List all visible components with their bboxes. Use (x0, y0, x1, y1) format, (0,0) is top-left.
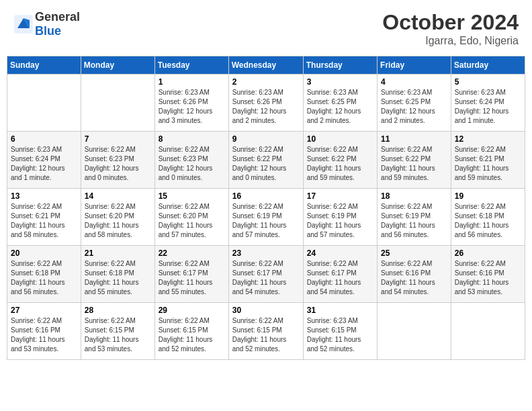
calendar-cell: 17Sunrise: 6:22 AM Sunset: 6:19 PM Dayli… (303, 189, 377, 246)
day-info: Sunrise: 6:23 AM Sunset: 6:24 PM Dayligh… (11, 145, 77, 183)
calendar-cell: 10Sunrise: 6:22 AM Sunset: 6:22 PM Dayli… (303, 132, 377, 189)
day-info: Sunrise: 6:22 AM Sunset: 6:18 PM Dayligh… (11, 259, 77, 297)
day-number: 19 (455, 191, 521, 201)
day-number: 11 (381, 134, 447, 144)
day-info: Sunrise: 6:22 AM Sunset: 6:20 PM Dayligh… (85, 202, 151, 240)
calendar-cell: 7Sunrise: 6:22 AM Sunset: 6:23 PM Daylig… (81, 132, 154, 189)
title-block: October 2024 Igarra, Edo, Nigeria (382, 10, 519, 47)
month-title: October 2024 (382, 10, 519, 35)
calendar-cell: 4Sunrise: 6:23 AM Sunset: 6:25 PM Daylig… (378, 75, 451, 132)
day-info: Sunrise: 6:22 AM Sunset: 6:17 PM Dayligh… (159, 259, 225, 297)
day-number: 4 (381, 77, 447, 87)
day-number: 9 (232, 134, 300, 144)
page-header: General Blue October 2024 Igarra, Edo, N… (7, 7, 525, 50)
calendar-cell: 31Sunrise: 6:23 AM Sunset: 6:15 PM Dayli… (303, 303, 377, 360)
calendar-cell (378, 303, 451, 360)
col-wednesday: Wednesday (228, 56, 303, 75)
day-info: Sunrise: 6:22 AM Sunset: 6:23 PM Dayligh… (85, 145, 151, 183)
calendar-cell: 12Sunrise: 6:22 AM Sunset: 6:21 PM Dayli… (451, 132, 525, 189)
day-info: Sunrise: 6:23 AM Sunset: 6:26 PM Dayligh… (159, 88, 225, 126)
calendar-cell: 16Sunrise: 6:22 AM Sunset: 6:19 PM Dayli… (228, 189, 303, 246)
calendar-cell (7, 75, 81, 132)
calendar-cell: 29Sunrise: 6:22 AM Sunset: 6:15 PM Dayli… (154, 303, 228, 360)
calendar-cell: 15Sunrise: 6:22 AM Sunset: 6:20 PM Dayli… (154, 189, 228, 246)
day-number: 12 (455, 134, 521, 144)
day-number: 24 (307, 248, 373, 258)
calendar-cell: 5Sunrise: 6:23 AM Sunset: 6:24 PM Daylig… (451, 75, 525, 132)
day-number: 16 (232, 191, 300, 201)
logo: General Blue (13, 10, 80, 38)
calendar-cell: 13Sunrise: 6:22 AM Sunset: 6:21 PM Dayli… (7, 189, 81, 246)
day-number: 5 (455, 77, 521, 87)
col-tuesday: Tuesday (154, 56, 228, 75)
calendar-cell: 18Sunrise: 6:22 AM Sunset: 6:19 PM Dayli… (378, 189, 451, 246)
day-info: Sunrise: 6:22 AM Sunset: 6:16 PM Dayligh… (455, 259, 521, 297)
day-number: 31 (307, 306, 373, 315)
day-info: Sunrise: 6:22 AM Sunset: 6:18 PM Dayligh… (85, 259, 151, 297)
calendar-week-row: 27Sunrise: 6:22 AM Sunset: 6:16 PM Dayli… (7, 303, 525, 360)
logo-blue-text: Blue (35, 24, 61, 38)
day-number: 30 (232, 306, 300, 315)
location: Igarra, Edo, Nigeria (382, 35, 519, 47)
col-friday: Friday (378, 56, 451, 75)
day-info: Sunrise: 6:22 AM Sunset: 6:19 PM Dayligh… (232, 202, 300, 240)
calendar-cell: 26Sunrise: 6:22 AM Sunset: 6:16 PM Dayli… (451, 246, 525, 303)
calendar-cell: 3Sunrise: 6:23 AM Sunset: 6:25 PM Daylig… (303, 75, 377, 132)
calendar-cell: 24Sunrise: 6:22 AM Sunset: 6:17 PM Dayli… (303, 246, 377, 303)
day-number: 21 (85, 248, 151, 258)
day-info: Sunrise: 6:22 AM Sunset: 6:21 PM Dayligh… (11, 202, 77, 240)
day-number: 2 (232, 77, 300, 87)
day-number: 3 (307, 77, 373, 87)
calendar-cell: 20Sunrise: 6:22 AM Sunset: 6:18 PM Dayli… (7, 246, 81, 303)
day-info: Sunrise: 6:22 AM Sunset: 6:23 PM Dayligh… (159, 145, 225, 183)
calendar-cell: 22Sunrise: 6:22 AM Sunset: 6:17 PM Dayli… (154, 246, 228, 303)
day-info: Sunrise: 6:22 AM Sunset: 6:15 PM Dayligh… (85, 316, 151, 354)
calendar-cell: 19Sunrise: 6:22 AM Sunset: 6:18 PM Dayli… (451, 189, 525, 246)
calendar-cell: 6Sunrise: 6:23 AM Sunset: 6:24 PM Daylig… (7, 132, 81, 189)
day-info: Sunrise: 6:22 AM Sunset: 6:15 PM Dayligh… (159, 316, 225, 354)
logo-general-text: General (35, 10, 80, 24)
day-info: Sunrise: 6:23 AM Sunset: 6:26 PM Dayligh… (232, 88, 300, 126)
col-thursday: Thursday (303, 56, 377, 75)
day-info: Sunrise: 6:22 AM Sunset: 6:20 PM Dayligh… (159, 202, 225, 240)
day-info: Sunrise: 6:22 AM Sunset: 6:17 PM Dayligh… (232, 259, 300, 297)
day-number: 14 (85, 191, 151, 201)
calendar-week-row: 6Sunrise: 6:23 AM Sunset: 6:24 PM Daylig… (7, 132, 525, 189)
calendar-cell: 11Sunrise: 6:22 AM Sunset: 6:22 PM Dayli… (378, 132, 451, 189)
day-number: 1 (159, 77, 225, 87)
calendar-table: Sunday Monday Tuesday Wednesday Thursday… (7, 56, 525, 360)
day-info: Sunrise: 6:22 AM Sunset: 6:16 PM Dayligh… (381, 259, 447, 297)
col-sunday: Sunday (7, 56, 81, 75)
day-number: 17 (307, 191, 373, 201)
day-number: 13 (11, 191, 77, 201)
calendar-week-row: 1Sunrise: 6:23 AM Sunset: 6:26 PM Daylig… (7, 75, 525, 132)
calendar-week-row: 20Sunrise: 6:22 AM Sunset: 6:18 PM Dayli… (7, 246, 525, 303)
day-info: Sunrise: 6:22 AM Sunset: 6:19 PM Dayligh… (307, 202, 373, 240)
day-number: 15 (159, 191, 225, 201)
calendar-cell: 14Sunrise: 6:22 AM Sunset: 6:20 PM Dayli… (81, 189, 154, 246)
day-number: 20 (11, 248, 77, 258)
calendar-cell: 2Sunrise: 6:23 AM Sunset: 6:26 PM Daylig… (228, 75, 303, 132)
col-monday: Monday (81, 56, 154, 75)
day-info: Sunrise: 6:22 AM Sunset: 6:22 PM Dayligh… (381, 145, 447, 183)
day-info: Sunrise: 6:23 AM Sunset: 6:15 PM Dayligh… (307, 316, 373, 354)
calendar-cell: 28Sunrise: 6:22 AM Sunset: 6:15 PM Dayli… (81, 303, 154, 360)
calendar-cell: 27Sunrise: 6:22 AM Sunset: 6:16 PM Dayli… (7, 303, 81, 360)
col-saturday: Saturday (451, 56, 525, 75)
calendar-cell (81, 75, 154, 132)
calendar-cell: 1Sunrise: 6:23 AM Sunset: 6:26 PM Daylig… (154, 75, 228, 132)
day-number: 25 (381, 248, 447, 258)
day-number: 10 (307, 134, 373, 144)
day-number: 6 (11, 134, 77, 144)
calendar-cell: 8Sunrise: 6:22 AM Sunset: 6:23 PM Daylig… (154, 132, 228, 189)
day-info: Sunrise: 6:22 AM Sunset: 6:15 PM Dayligh… (232, 316, 300, 354)
day-info: Sunrise: 6:22 AM Sunset: 6:16 PM Dayligh… (11, 316, 77, 354)
day-info: Sunrise: 6:22 AM Sunset: 6:21 PM Dayligh… (455, 145, 521, 183)
day-info: Sunrise: 6:22 AM Sunset: 6:19 PM Dayligh… (381, 202, 447, 240)
day-number: 23 (232, 248, 300, 258)
day-info: Sunrise: 6:22 AM Sunset: 6:17 PM Dayligh… (307, 259, 373, 297)
day-info: Sunrise: 6:22 AM Sunset: 6:22 PM Dayligh… (307, 145, 373, 183)
day-number: 8 (159, 134, 225, 144)
day-info: Sunrise: 6:22 AM Sunset: 6:18 PM Dayligh… (455, 202, 521, 240)
logo-icon (13, 14, 34, 34)
